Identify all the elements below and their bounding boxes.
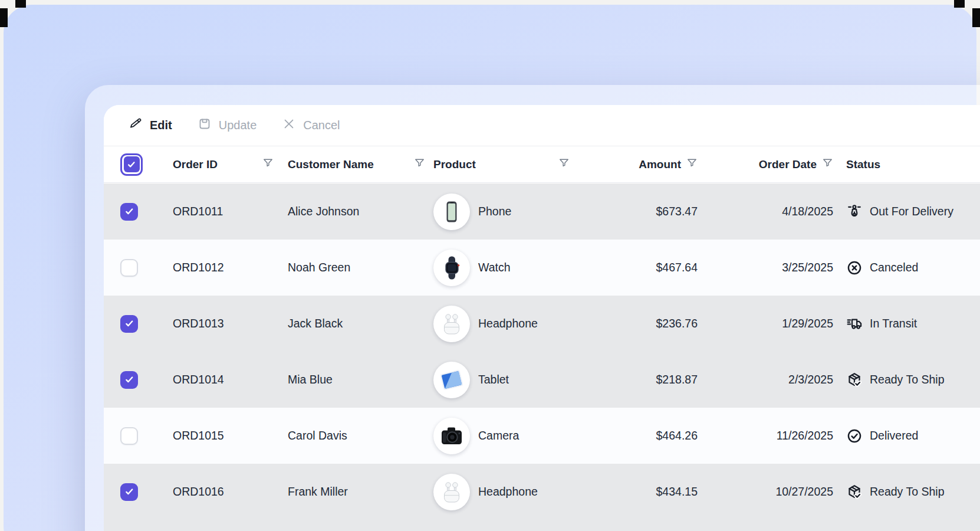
toolbar: Edit Update xyxy=(104,105,980,146)
table-header-row: Order ID Customer Name Product Amount Or… xyxy=(104,146,980,183)
camera-product-icon xyxy=(438,422,466,450)
row-checkbox[interactable] xyxy=(120,259,138,277)
filter-icon[interactable] xyxy=(262,158,274,172)
edit-button[interactable]: Edit xyxy=(129,117,172,133)
amount-cell: $236.76 xyxy=(656,317,698,330)
column-label: Product xyxy=(433,158,476,171)
product-image xyxy=(433,362,470,398)
status-cell: Out For Delivery xyxy=(870,205,953,218)
column-label: Customer Name xyxy=(288,158,374,171)
circle-check-icon xyxy=(846,428,863,444)
cancel-button[interactable]: Cancel xyxy=(282,117,340,133)
row-checkbox[interactable] xyxy=(120,483,138,501)
product-image xyxy=(433,306,470,342)
column-label: Amount xyxy=(639,158,681,171)
update-button[interactable]: Update xyxy=(198,117,257,133)
status-icon xyxy=(846,260,863,276)
select-all-checkbox[interactable] xyxy=(120,153,143,176)
customer-name-cell: Alice Johnson xyxy=(288,205,359,218)
corner-mark-top-left xyxy=(0,8,8,27)
headphone-product-icon xyxy=(438,310,466,338)
status-icon xyxy=(846,316,863,332)
watch-product-icon xyxy=(438,254,466,282)
column-header-customer-name: Customer Name xyxy=(288,146,433,182)
filter-icon[interactable] xyxy=(686,158,698,172)
table-row: ORD1013 Jack Black xyxy=(104,296,980,352)
product-image xyxy=(433,194,470,230)
table-body: ORD1011 Alice Johnson xyxy=(104,183,980,531)
table-row: ORD1014 Mia Blue xyxy=(104,352,980,408)
amount-cell: $467.64 xyxy=(656,261,698,274)
order-id-cell: ORD1016 xyxy=(173,485,224,499)
amount-cell: $673.47 xyxy=(656,205,698,218)
status-icon xyxy=(846,372,863,388)
filter-icon[interactable] xyxy=(822,158,833,172)
order-id-cell: ORD1015 xyxy=(173,429,224,442)
corner-mark-top-left xyxy=(15,0,26,8)
amount-cell: $434.15 xyxy=(656,485,698,499)
order-date-cell: 3/25/2025 xyxy=(782,261,833,274)
filter-icon[interactable] xyxy=(414,158,425,172)
save-icon xyxy=(198,117,211,133)
customer-name-cell: Jack Black xyxy=(288,317,343,330)
column-label: Status xyxy=(846,158,880,171)
status-icon xyxy=(846,428,863,444)
product-name-cell: Headphone xyxy=(478,317,538,330)
column-label: Order Date xyxy=(759,158,817,171)
product-name-cell: Tablet xyxy=(478,373,509,386)
customer-name-cell: Noah Green xyxy=(288,261,350,274)
status-cell: Canceled xyxy=(870,261,918,274)
product-name-cell: Phone xyxy=(478,205,511,218)
pencil-icon xyxy=(129,117,142,133)
filter-icon[interactable] xyxy=(558,158,570,172)
order-date-cell: 11/26/2025 xyxy=(777,429,833,442)
update-button-label: Update xyxy=(219,119,257,132)
x-icon xyxy=(282,117,295,133)
table-row: ORD1011 Alice Johnson xyxy=(104,183,980,240)
package-check-icon xyxy=(846,484,863,500)
truck-icon xyxy=(846,316,863,332)
column-header-status: Status xyxy=(833,146,980,182)
column-header-amount: Amount xyxy=(578,146,698,182)
customer-name-cell: Frank Miller xyxy=(288,485,348,499)
status-cell: Delivered xyxy=(870,429,918,442)
order-id-cell: ORD1013 xyxy=(173,317,224,330)
order-id-cell: ORD1012 xyxy=(173,261,224,274)
status-cell: Ready To Ship xyxy=(870,373,944,386)
corner-mark-top-right xyxy=(954,0,965,8)
product-name-cell: Headphone xyxy=(478,485,538,499)
order-date-cell: 4/18/2025 xyxy=(782,205,833,218)
corner-mark-top-right xyxy=(972,8,980,27)
app-window-frame: Edit Update xyxy=(85,85,980,531)
order-date-cell: 1/29/2025 xyxy=(782,317,833,330)
order-id-cell: ORD1011 xyxy=(173,205,223,218)
tablet-product-icon xyxy=(438,366,466,394)
status-icon xyxy=(846,484,863,500)
row-checkbox[interactable] xyxy=(120,371,138,389)
row-checkbox[interactable] xyxy=(120,203,138,221)
product-image xyxy=(433,418,470,454)
customer-name-cell: Carol Davis xyxy=(288,429,347,442)
headphone-product-icon xyxy=(438,478,466,506)
order-id-cell: ORD1014 xyxy=(173,373,224,386)
column-header-product: Product xyxy=(433,146,578,182)
column-header-order-id: Order ID xyxy=(173,146,288,182)
edit-button-label: Edit xyxy=(150,119,172,132)
product-image xyxy=(433,250,470,286)
column-label: Order ID xyxy=(173,158,218,171)
package-check-icon xyxy=(846,372,863,388)
cancel-button-label: Cancel xyxy=(303,119,340,132)
order-date-cell: 2/3/2025 xyxy=(788,373,833,386)
row-checkbox[interactable] xyxy=(120,427,138,445)
product-image xyxy=(433,474,470,510)
scooter-icon xyxy=(846,204,863,220)
status-cell: In Transit xyxy=(870,317,917,330)
desktop-background: Edit Update xyxy=(0,0,980,531)
status-icon xyxy=(846,204,863,220)
customer-name-cell: Mia Blue xyxy=(288,373,333,386)
phone-product-icon xyxy=(438,198,466,226)
amount-cell: $218.87 xyxy=(656,373,698,386)
row-checkbox[interactable] xyxy=(120,315,138,333)
product-name-cell: Watch xyxy=(478,261,511,274)
orders-table-window: Edit Update xyxy=(104,105,980,531)
